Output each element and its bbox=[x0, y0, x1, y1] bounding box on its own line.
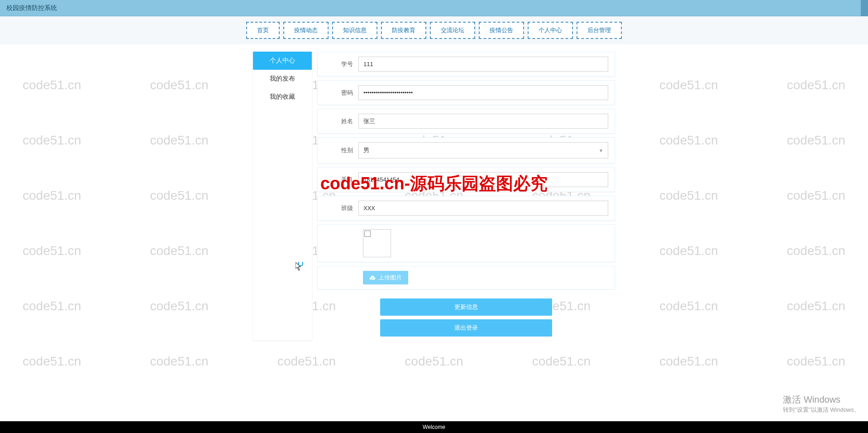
main-content-wrapper: 个人中心 我的发布 我的收藏 学号 密码 姓名 性别 男 ▼ bbox=[0, 44, 868, 340]
profile-form: 学号 密码 姓名 性别 男 ▼ 手机 bbox=[317, 52, 615, 340]
logout-button[interactable]: 退出登录 bbox=[380, 319, 552, 337]
student-id-input[interactable] bbox=[358, 57, 608, 72]
windows-activate-title: 激活 Windows bbox=[783, 394, 860, 406]
scrollbar-top[interactable] bbox=[861, 0, 868, 16]
gender-label: 性别 bbox=[324, 146, 358, 154]
phone-input[interactable] bbox=[358, 172, 608, 187]
windows-activation-notice: 激活 Windows 转到"设置"以激活 Windows。 bbox=[783, 394, 860, 414]
windows-activate-subtitle: 转到"设置"以激活 Windows。 bbox=[783, 406, 860, 414]
upload-image-button[interactable]: 上传图片 bbox=[363, 271, 408, 284]
gender-selected-value: 男 bbox=[363, 146, 369, 154]
sidebar-item-my-posts[interactable]: 我的发布 bbox=[253, 70, 312, 88]
footer-bar: Welcome bbox=[0, 421, 868, 433]
nav-epidemic-dynamics[interactable]: 疫情动态 bbox=[283, 22, 329, 39]
app-title: 校园疫情防控系统 bbox=[6, 4, 57, 12]
footer-text: Welcome bbox=[423, 424, 445, 430]
nav-admin[interactable]: 后台管理 bbox=[577, 22, 622, 39]
nav-forum[interactable]: 交流论坛 bbox=[430, 22, 475, 39]
main-navigation: 首页 疫情动态 知识信息 防疫教育 交流论坛 疫情公告 个人中心 后台管理 bbox=[0, 16, 868, 44]
update-info-button[interactable]: 更新信息 bbox=[380, 298, 552, 316]
class-input[interactable] bbox=[358, 201, 608, 216]
password-input[interactable] bbox=[358, 85, 608, 100]
cloud-upload-icon bbox=[369, 274, 376, 281]
sidebar-item-my-favorites[interactable]: 我的收藏 bbox=[253, 88, 312, 106]
broken-image-icon bbox=[364, 231, 371, 237]
nav-announcements[interactable]: 疫情公告 bbox=[479, 22, 524, 39]
chevron-down-icon: ▼ bbox=[599, 148, 603, 153]
gender-select[interactable]: 男 ▼ bbox=[358, 142, 608, 159]
top-header-bar: 校园疫情防控系统 bbox=[0, 0, 868, 16]
nav-personal-center[interactable]: 个人中心 bbox=[528, 22, 573, 39]
nav-knowledge-info[interactable]: 知识信息 bbox=[332, 22, 377, 39]
class-label: 班级 bbox=[324, 204, 358, 212]
sidebar: 个人中心 我的发布 我的收藏 bbox=[253, 52, 312, 340]
name-input[interactable] bbox=[358, 114, 608, 129]
avatar-image-placeholder bbox=[363, 229, 391, 257]
student-id-label: 学号 bbox=[324, 60, 358, 68]
password-label: 密码 bbox=[324, 89, 358, 97]
nav-prevention-education[interactable]: 防疫教育 bbox=[381, 22, 426, 39]
nav-home[interactable]: 首页 bbox=[246, 22, 280, 39]
sidebar-item-personal-center[interactable]: 个人中心 bbox=[253, 52, 312, 70]
phone-label: 手机 bbox=[324, 176, 358, 184]
upload-button-label: 上传图片 bbox=[378, 274, 402, 282]
name-label: 姓名 bbox=[324, 117, 358, 125]
